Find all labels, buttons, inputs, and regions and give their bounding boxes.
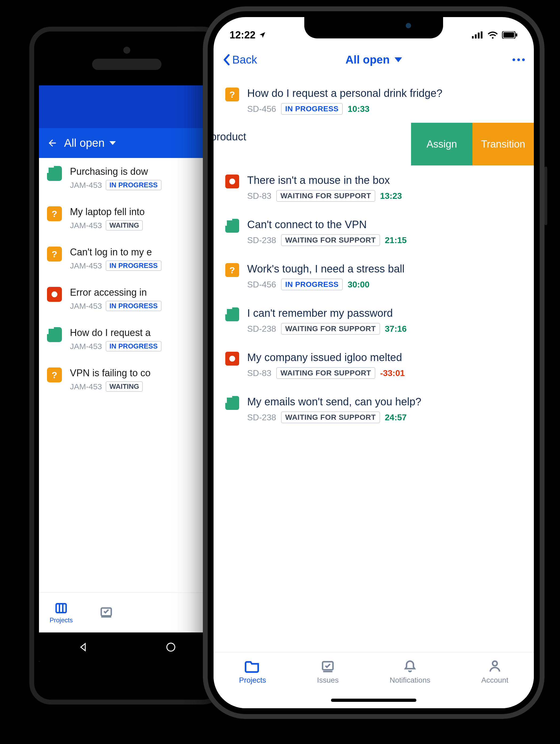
issue-key: SD-238 [247,235,276,245]
issue-status: WAITING FOR SUPPORT [276,190,375,202]
issue-time: 37:16 [385,324,407,334]
android-screen: All open Purchasing is dow JAM-453 IN PR… [39,85,215,662]
bell-icon [402,659,418,673]
wifi-icon [487,31,498,39]
issue-time: -33:01 [380,368,405,378]
issue-time: 30:00 [347,280,369,290]
back-button[interactable]: Back [223,53,257,66]
issue-key: SD-456 [247,280,276,290]
question-icon: ? [47,247,62,262]
back-label: Back [232,53,257,66]
question-icon: ? [225,87,239,101]
nav-home-icon[interactable] [165,642,176,653]
issue-status: IN PROGRESS [106,301,161,311]
svg-rect-6 [481,32,483,38]
tab-projects[interactable]: Projects [239,659,266,684]
android-statusbar [39,85,215,128]
list-item[interactable]: fy our software dev product FOR SUPPORT … [214,122,411,166]
issue-key: SD-83 [247,368,271,378]
assign-button[interactable]: Assign [411,123,473,165]
issue-key: SD-238 [247,413,276,422]
list-item[interactable]: How do I request a JAM-453 IN PROGRESS [39,319,215,360]
issue-title: I can't remember my password [247,306,522,320]
issue-key: JAM-453 [70,382,102,391]
list-item[interactable]: ? Work's tough, I need a stress ball SD-… [214,254,534,298]
question-icon: ? [47,206,62,221]
issue-title: Purchasing is dow [70,166,207,177]
list-item[interactable]: ? My laptop fell into JAM-453 WAITING [39,198,215,238]
issue-key: SD-238 [247,324,276,334]
issue-key: JAM-453 [70,261,102,270]
iphone-device: 12:22 Back All open ? [203,6,545,719]
list-item[interactable]: My company issued igloo melted SD-83 WAI… [214,343,534,387]
android-navbar [39,632,215,662]
issue-title: How do I request a [70,327,207,338]
list-item[interactable]: ? VPN is failing to co JAM-453 WAITING [39,360,215,400]
issue-status: IN PROGRESS [106,180,161,190]
issue-status: WAITING FOR SUPPORT [281,411,380,423]
issue-status: IN PROGRESS [106,260,161,271]
issue-status: WAITING FOR SUPPORT [276,367,375,379]
svg-rect-5 [478,33,480,38]
plus-icon [225,307,239,321]
issue-time: 10:33 [347,104,369,114]
folder-icon [245,659,260,673]
android-tabbar: Projects [39,592,215,632]
tab-account[interactable]: Account [481,659,508,684]
svg-rect-9 [516,33,517,37]
tab-notifications[interactable]: Notifications [390,659,431,684]
notch [304,17,443,38]
list-item[interactable]: ? Can't log in to my e JAM-453 IN PROGRE… [39,238,215,279]
earpiece [92,59,161,70]
transition-button[interactable]: Transition [473,123,534,165]
issue-status: WAITING FOR SUPPORT [281,323,380,335]
issue-title: Work's tough, I need a stress ball [247,262,522,275]
list-item[interactable]: ? How do I request a personal drink frid… [214,78,534,123]
plus-icon [47,327,62,342]
plus-icon [47,166,62,181]
list-item[interactable]: Purchasing is dow JAM-453 IN PROGRESS [39,158,215,198]
issue-key: SD-456 [247,104,276,114]
swipe-row[interactable]: fy our software dev product FOR SUPPORT … [214,123,534,165]
side-button [545,166,547,225]
more-button[interactable] [513,59,525,61]
chevron-left-icon [223,54,230,66]
issues-icon [320,659,336,673]
issue-title: My company issued igloo melted [247,351,522,364]
issue-title: My emails won't send, can you help? [247,395,522,408]
issue-title: Error accessing in [70,287,207,298]
svg-rect-8 [503,32,514,38]
nav-title-dropdown[interactable]: All open [345,53,402,66]
issue-key: JAM-453 [70,302,102,311]
issue-status: WAITING [106,381,143,392]
location-icon [259,31,266,39]
question-icon: ? [47,368,62,382]
issue-key: JAM-453 [70,181,102,190]
iphone-screen: 12:22 Back All open ? [214,17,534,708]
home-indicator[interactable] [331,699,416,702]
tab-notifications-label: Notifications [390,676,431,684]
back-arrow-icon[interactable] [47,138,58,148]
svg-point-11 [492,661,497,666]
list-item[interactable]: There isn't a mouse in the box SD-83 WAI… [214,165,534,210]
tab-issues[interactable]: Issues [317,659,339,684]
question-icon: ? [225,263,239,277]
list-item[interactable]: I can't remember my password SD-238 WAIT… [214,298,534,343]
issue-time: 13:23 [380,191,402,201]
list-item[interactable]: Error accessing in JAM-453 IN PROGRESS [39,279,215,319]
issue-key: JAM-453 [70,342,102,351]
tab-issues[interactable] [100,605,113,620]
dot-icon [47,287,62,302]
camera-dot-icon [406,23,411,28]
status-time: 12:22 [230,29,255,41]
tab-projects[interactable]: Projects [50,601,73,624]
battery-icon [502,31,518,39]
nav-back-icon[interactable] [78,642,88,653]
issue-title: Can't connect to the VPN [247,218,522,231]
dropdown-icon[interactable] [109,141,116,145]
list-item[interactable]: Can't connect to the VPN SD-238 WAITING … [214,210,534,254]
android-title[interactable]: All open [64,137,105,149]
tab-projects-label: Projects [239,676,266,684]
list-item[interactable]: My emails won't send, can you help? SD-2… [214,387,534,431]
plus-icon [225,219,239,233]
